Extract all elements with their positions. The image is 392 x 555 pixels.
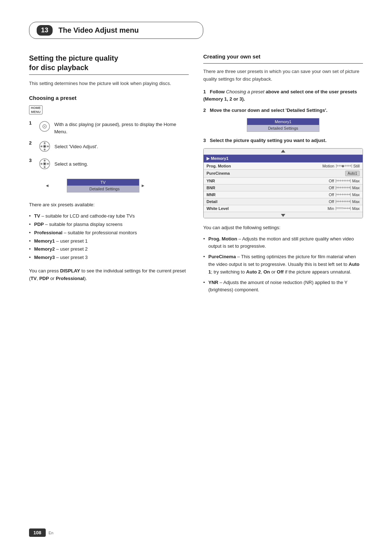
step-1-number: 1	[29, 120, 35, 126]
mem-row-detailed: Detailed Settings	[247, 125, 319, 131]
step-3-number: 3	[29, 158, 35, 163]
screen-preview-container: ◄ TV Detailed Settings ►	[45, 175, 189, 196]
creating-set-heading: Creating your own set	[203, 53, 363, 60]
right-step-3: 3 Select the picture quality setting you…	[203, 137, 363, 145]
step-1: 1 With a disc playing (or paused), press…	[29, 120, 189, 135]
screen-row-detailed: Detailed Settings	[67, 186, 139, 192]
display-note: You can press DISPLAY to see the individ…	[29, 267, 189, 283]
up-arrow-icon	[281, 150, 285, 153]
table-row: YNR Off |++++++++| Max	[204, 177, 363, 184]
row-value-whitelevel: Min |====++++| Max	[236, 206, 360, 211]
step-2-number: 2	[29, 140, 35, 146]
right-column: Creating your own set There are three us…	[203, 53, 363, 297]
row-value-prog: Motion |+++◆++++| Still	[236, 164, 360, 168]
row-label-bnr: BNR	[207, 186, 236, 190]
right-arrow: ►	[141, 183, 145, 188]
list-item: PureCinema – This setting optimizes the …	[203, 253, 363, 276]
svg-point-14	[41, 163, 42, 165]
table-row: Prog. Motion Motion |+++◆++++| Still	[204, 162, 363, 169]
adjust-intro: You can adjust the following settings:	[203, 224, 363, 232]
table-row: White Level Min |====++++| Max	[204, 205, 363, 212]
memory-screen-container: Memory1 Detailed Settings	[247, 118, 319, 132]
table-row: BNR Off |++++++++| Max	[204, 184, 363, 191]
svg-point-9	[44, 145, 46, 147]
svg-point-16	[44, 163, 46, 165]
list-item: PDP – suitable for plasma display screen…	[29, 221, 189, 228]
nav-wheel-icon-2	[38, 140, 51, 153]
table-down-arrow	[204, 212, 363, 218]
list-item: Memory1 – user preset 1	[29, 238, 189, 245]
svg-point-13	[44, 166, 46, 168]
creating-set-divider	[203, 63, 363, 64]
step-3-text: Select a setting.	[54, 158, 88, 168]
right-step-2: 2 Move the cursor down and select 'Detai…	[203, 107, 363, 114]
chapter-header: 13 The Video Adjust menu	[29, 22, 203, 39]
down-arrow-icon	[281, 214, 285, 217]
page-number: 108	[29, 528, 46, 537]
row-value-mnr: Off |++++++++| Max	[236, 193, 360, 197]
step-3: 3 Select a setting.	[29, 158, 189, 170]
auto1-badge: Auto1	[345, 171, 360, 176]
svg-point-12	[44, 160, 46, 162]
mem-row-memory1: Memory1	[247, 118, 319, 125]
nav-wheel-icon-3	[38, 158, 51, 170]
choosing-preset-heading: Choosing a preset	[29, 95, 189, 101]
adjustment-list: Prog. Motion – Adjusts the motion and st…	[203, 235, 363, 294]
row-label-mnr: MNR	[207, 193, 236, 197]
svg-point-8	[47, 146, 49, 147]
memory-icon: ▶	[207, 156, 209, 161]
screen-row-tv: TV	[67, 179, 139, 186]
svg-point-2	[44, 126, 45, 127]
chapter-title: The Video Adjust menu	[58, 26, 139, 35]
table-header: ▶ Memory1	[204, 155, 363, 162]
left-arrow: ◄	[45, 183, 49, 188]
chapter-number: 13	[37, 25, 53, 36]
home-icon-container: HOMEMENU	[29, 105, 189, 118]
presets-intro: There are six presets available:	[29, 201, 189, 209]
svg-point-15	[47, 163, 49, 165]
list-item: Prog. Motion – Adjusts the motion and st…	[203, 235, 363, 251]
creating-set-section: Creating your own set There are three us…	[203, 53, 363, 294]
row-value-ynr: Off |++++++++| Max	[236, 179, 360, 183]
step-2-text: Select 'Video Adjust'.	[54, 140, 98, 150]
svg-point-6	[44, 149, 46, 151]
screen-preview-arrows: ◄ TV Detailed Settings ►	[45, 175, 118, 196]
content-columns: Setting the picture quality for disc pla…	[29, 53, 363, 297]
list-item: Memory3 – user preset 3	[29, 254, 189, 262]
row-label-purecinema: PureCinema	[207, 171, 236, 175]
screen-preview: TV Detailed Settings	[51, 175, 139, 196]
section-title: Setting the picture quality for disc pla…	[29, 53, 189, 72]
disc-icon	[38, 120, 51, 133]
memory-preview: Memory1 Detailed Settings	[247, 118, 319, 132]
row-label-detail: Detail	[207, 199, 236, 204]
table-row: Detail Off |++++++++| Max	[204, 198, 363, 205]
step-1-text: With a disc playing (or paused), press t…	[54, 120, 189, 135]
choosing-preset-section: Choosing a preset HOMEMENU 1 With a disc…	[29, 95, 189, 283]
row-label-ynr: YNR	[207, 179, 236, 183]
list-item: TV – suitable for LCD and cathode-ray tu…	[29, 212, 189, 220]
page-footer: 108 En	[29, 528, 53, 537]
table-row: MNR Off |++++++++| Max	[204, 191, 363, 198]
section-divider	[29, 74, 189, 75]
section-intro: This setting determines how the picture …	[29, 80, 189, 88]
screen-box: TV Detailed Settings	[67, 179, 139, 193]
page-container: 13 The Video Adjust menu Setting the pic…	[0, 0, 392, 555]
preset-list: TV – suitable for LCD and cathode-ray tu…	[29, 212, 189, 262]
row-value-bnr: Off |++++++++| Max	[236, 186, 360, 190]
right-step-1: 1 Follow Choosing a preset above and sel…	[203, 88, 363, 104]
row-value-purecinema: Auto1	[236, 171, 360, 176]
settings-table: ▶ Memory1 Prog. Motion Motion |+++◆++++|…	[203, 148, 363, 218]
left-column: Setting the picture quality for disc pla…	[29, 53, 189, 297]
creating-set-intro: There are three user presets in which yo…	[203, 68, 363, 83]
row-label-whitelevel: White Level	[207, 206, 236, 211]
row-value-detail: Off |++++++++| Max	[236, 199, 360, 204]
list-item: YNR – Adjusts the amount of noise reduct…	[203, 279, 363, 294]
table-header-label: Memory1	[211, 156, 228, 161]
step-2: 2 Select 'Video Adjust'.	[29, 140, 189, 153]
row-label-prog: Prog. Motion	[207, 164, 236, 168]
svg-point-7	[41, 146, 42, 147]
list-item: Professional – suitable for professional…	[29, 229, 189, 237]
table-row: PureCinema Auto1	[204, 169, 363, 177]
svg-point-5	[44, 142, 46, 144]
page-language: En	[49, 531, 53, 535]
